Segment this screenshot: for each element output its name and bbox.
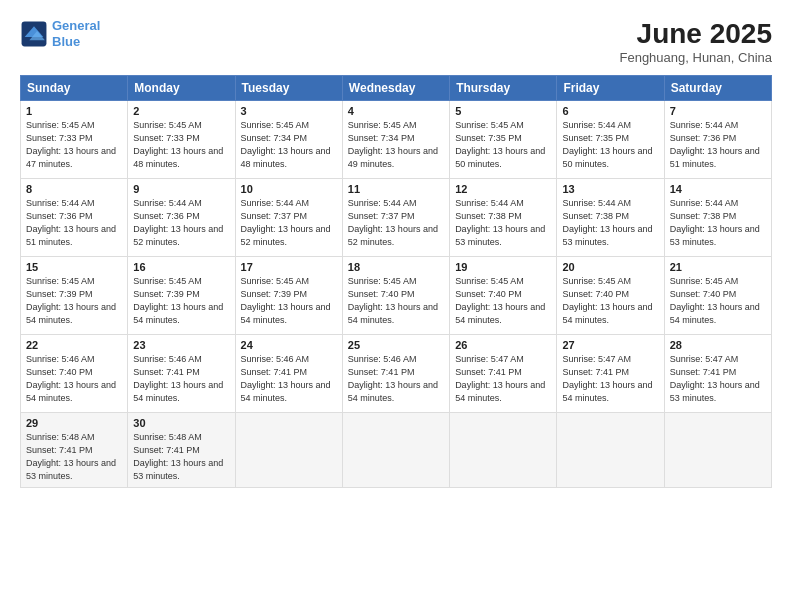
col-thursday: Thursday	[450, 76, 557, 101]
day-info: Sunrise: 5:45 AMSunset: 7:35 PMDaylight:…	[455, 119, 551, 171]
logo-line2: Blue	[52, 34, 80, 49]
table-row: 27 Sunrise: 5:47 AMSunset: 7:41 PMDaylig…	[557, 335, 664, 413]
col-wednesday: Wednesday	[342, 76, 449, 101]
table-row: 17 Sunrise: 5:45 AMSunset: 7:39 PMDaylig…	[235, 257, 342, 335]
day-info: Sunrise: 5:47 AMSunset: 7:41 PMDaylight:…	[670, 353, 766, 405]
day-number: 17	[241, 261, 337, 273]
table-row: 2 Sunrise: 5:45 AMSunset: 7:33 PMDayligh…	[128, 101, 235, 179]
table-row: 28 Sunrise: 5:47 AMSunset: 7:41 PMDaylig…	[664, 335, 771, 413]
day-number: 1	[26, 105, 122, 117]
calendar-header-row: Sunday Monday Tuesday Wednesday Thursday…	[21, 76, 772, 101]
col-monday: Monday	[128, 76, 235, 101]
table-row: 18 Sunrise: 5:45 AMSunset: 7:40 PMDaylig…	[342, 257, 449, 335]
table-row: 26 Sunrise: 5:47 AMSunset: 7:41 PMDaylig…	[450, 335, 557, 413]
day-number: 2	[133, 105, 229, 117]
day-info: Sunrise: 5:47 AMSunset: 7:41 PMDaylight:…	[455, 353, 551, 405]
logo-text: General Blue	[52, 18, 100, 49]
empty-cell	[450, 413, 557, 488]
table-row: 25 Sunrise: 5:46 AMSunset: 7:41 PMDaylig…	[342, 335, 449, 413]
table-row: 6 Sunrise: 5:44 AMSunset: 7:35 PMDayligh…	[557, 101, 664, 179]
col-saturday: Saturday	[664, 76, 771, 101]
day-info: Sunrise: 5:44 AMSunset: 7:36 PMDaylight:…	[133, 197, 229, 249]
logo-line1: General	[52, 18, 100, 33]
day-info: Sunrise: 5:44 AMSunset: 7:36 PMDaylight:…	[26, 197, 122, 249]
day-info: Sunrise: 5:46 AMSunset: 7:41 PMDaylight:…	[133, 353, 229, 405]
table-row: 15 Sunrise: 5:45 AMSunset: 7:39 PMDaylig…	[21, 257, 128, 335]
table-row: 19 Sunrise: 5:45 AMSunset: 7:40 PMDaylig…	[450, 257, 557, 335]
header: General Blue June 2025 Fenghuang, Hunan,…	[20, 18, 772, 65]
day-info: Sunrise: 5:45 AMSunset: 7:39 PMDaylight:…	[241, 275, 337, 327]
empty-cell	[557, 413, 664, 488]
calendar: Sunday Monday Tuesday Wednesday Thursday…	[20, 75, 772, 488]
day-number: 19	[455, 261, 551, 273]
table-row: 16 Sunrise: 5:45 AMSunset: 7:39 PMDaylig…	[128, 257, 235, 335]
day-number: 25	[348, 339, 444, 351]
day-info: Sunrise: 5:45 AMSunset: 7:33 PMDaylight:…	[133, 119, 229, 171]
table-row: 10 Sunrise: 5:44 AMSunset: 7:37 PMDaylig…	[235, 179, 342, 257]
table-row: 29 Sunrise: 5:48 AMSunset: 7:41 PMDaylig…	[21, 413, 128, 488]
day-number: 7	[670, 105, 766, 117]
title-block: June 2025 Fenghuang, Hunan, China	[619, 18, 772, 65]
day-number: 11	[348, 183, 444, 195]
table-row: 5 Sunrise: 5:45 AMSunset: 7:35 PMDayligh…	[450, 101, 557, 179]
day-info: Sunrise: 5:44 AMSunset: 7:37 PMDaylight:…	[348, 197, 444, 249]
table-row: 4 Sunrise: 5:45 AMSunset: 7:34 PMDayligh…	[342, 101, 449, 179]
day-info: Sunrise: 5:44 AMSunset: 7:38 PMDaylight:…	[562, 197, 658, 249]
day-info: Sunrise: 5:48 AMSunset: 7:41 PMDaylight:…	[133, 431, 229, 483]
day-number: 5	[455, 105, 551, 117]
day-number: 4	[348, 105, 444, 117]
subtitle: Fenghuang, Hunan, China	[619, 50, 772, 65]
day-number: 21	[670, 261, 766, 273]
day-info: Sunrise: 5:45 AMSunset: 7:34 PMDaylight:…	[241, 119, 337, 171]
table-row: 7 Sunrise: 5:44 AMSunset: 7:36 PMDayligh…	[664, 101, 771, 179]
table-row: 8 Sunrise: 5:44 AMSunset: 7:36 PMDayligh…	[21, 179, 128, 257]
table-row: 12 Sunrise: 5:44 AMSunset: 7:38 PMDaylig…	[450, 179, 557, 257]
day-info: Sunrise: 5:45 AMSunset: 7:34 PMDaylight:…	[348, 119, 444, 171]
day-info: Sunrise: 5:45 AMSunset: 7:40 PMDaylight:…	[562, 275, 658, 327]
table-row: 20 Sunrise: 5:45 AMSunset: 7:40 PMDaylig…	[557, 257, 664, 335]
table-row: 24 Sunrise: 5:46 AMSunset: 7:41 PMDaylig…	[235, 335, 342, 413]
week-row: 29 Sunrise: 5:48 AMSunset: 7:41 PMDaylig…	[21, 413, 772, 488]
day-number: 12	[455, 183, 551, 195]
day-info: Sunrise: 5:45 AMSunset: 7:40 PMDaylight:…	[348, 275, 444, 327]
day-info: Sunrise: 5:45 AMSunset: 7:33 PMDaylight:…	[26, 119, 122, 171]
day-info: Sunrise: 5:45 AMSunset: 7:40 PMDaylight:…	[455, 275, 551, 327]
day-info: Sunrise: 5:46 AMSunset: 7:41 PMDaylight:…	[241, 353, 337, 405]
day-info: Sunrise: 5:45 AMSunset: 7:39 PMDaylight:…	[133, 275, 229, 327]
day-info: Sunrise: 5:45 AMSunset: 7:40 PMDaylight:…	[670, 275, 766, 327]
day-info: Sunrise: 5:47 AMSunset: 7:41 PMDaylight:…	[562, 353, 658, 405]
day-number: 29	[26, 417, 122, 429]
table-row: 14 Sunrise: 5:44 AMSunset: 7:38 PMDaylig…	[664, 179, 771, 257]
col-friday: Friday	[557, 76, 664, 101]
empty-cell	[235, 413, 342, 488]
col-sunday: Sunday	[21, 76, 128, 101]
table-row: 30 Sunrise: 5:48 AMSunset: 7:41 PMDaylig…	[128, 413, 235, 488]
day-info: Sunrise: 5:45 AMSunset: 7:39 PMDaylight:…	[26, 275, 122, 327]
day-number: 20	[562, 261, 658, 273]
day-number: 3	[241, 105, 337, 117]
table-row: 23 Sunrise: 5:46 AMSunset: 7:41 PMDaylig…	[128, 335, 235, 413]
table-row: 21 Sunrise: 5:45 AMSunset: 7:40 PMDaylig…	[664, 257, 771, 335]
day-info: Sunrise: 5:44 AMSunset: 7:37 PMDaylight:…	[241, 197, 337, 249]
day-number: 24	[241, 339, 337, 351]
day-info: Sunrise: 5:44 AMSunset: 7:35 PMDaylight:…	[562, 119, 658, 171]
page: General Blue June 2025 Fenghuang, Hunan,…	[0, 0, 792, 612]
day-number: 16	[133, 261, 229, 273]
table-row: 11 Sunrise: 5:44 AMSunset: 7:37 PMDaylig…	[342, 179, 449, 257]
day-number: 28	[670, 339, 766, 351]
main-title: June 2025	[619, 18, 772, 50]
table-row: 22 Sunrise: 5:46 AMSunset: 7:40 PMDaylig…	[21, 335, 128, 413]
day-number: 27	[562, 339, 658, 351]
week-row: 8 Sunrise: 5:44 AMSunset: 7:36 PMDayligh…	[21, 179, 772, 257]
day-info: Sunrise: 5:44 AMSunset: 7:38 PMDaylight:…	[455, 197, 551, 249]
day-number: 9	[133, 183, 229, 195]
day-number: 18	[348, 261, 444, 273]
day-number: 8	[26, 183, 122, 195]
table-row: 3 Sunrise: 5:45 AMSunset: 7:34 PMDayligh…	[235, 101, 342, 179]
table-row: 13 Sunrise: 5:44 AMSunset: 7:38 PMDaylig…	[557, 179, 664, 257]
day-info: Sunrise: 5:44 AMSunset: 7:36 PMDaylight:…	[670, 119, 766, 171]
day-info: Sunrise: 5:46 AMSunset: 7:41 PMDaylight:…	[348, 353, 444, 405]
logo-icon	[20, 20, 48, 48]
day-info: Sunrise: 5:48 AMSunset: 7:41 PMDaylight:…	[26, 431, 122, 483]
week-row: 1 Sunrise: 5:45 AMSunset: 7:33 PMDayligh…	[21, 101, 772, 179]
